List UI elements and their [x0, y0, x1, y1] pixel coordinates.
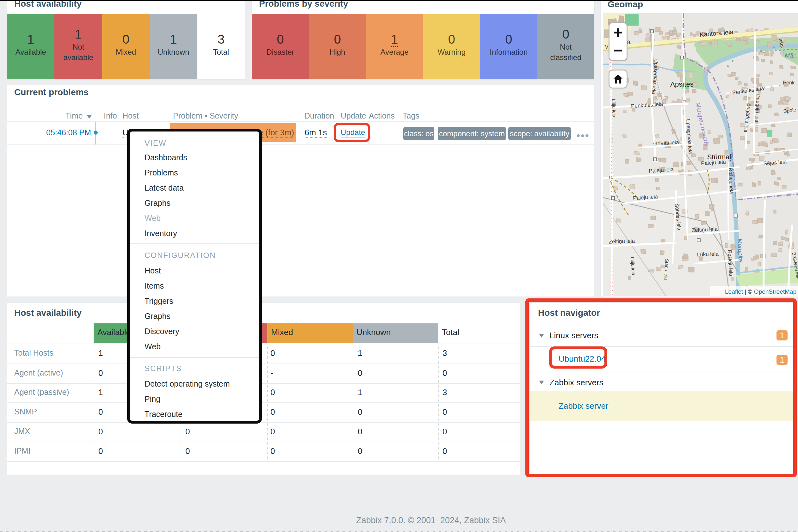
- svg-text:Leaflet | © OpenStreetMap: Leaflet | © OpenStreetMap: [725, 288, 796, 295]
- svg-text:Mā...: Mā...: [785, 52, 798, 59]
- svg-text:Rožleju iela: Rožleju iela: [728, 168, 735, 194]
- svg-text:Lūku iela: Lūku iela: [697, 251, 719, 258]
- svg-text:Apsītes: Apsītes: [670, 80, 693, 88]
- svg-text:Staņu iela: Staņu iela: [664, 259, 670, 280]
- svg-text:Penk: Penk: [783, 80, 795, 86]
- svg-text:Zeltiņu iela: Zeltiņu iela: [609, 238, 635, 245]
- svg-text:Līliju iela: Līliju iela: [611, 99, 617, 118]
- svg-text:Mārupīte: Mārupīte: [737, 238, 744, 262]
